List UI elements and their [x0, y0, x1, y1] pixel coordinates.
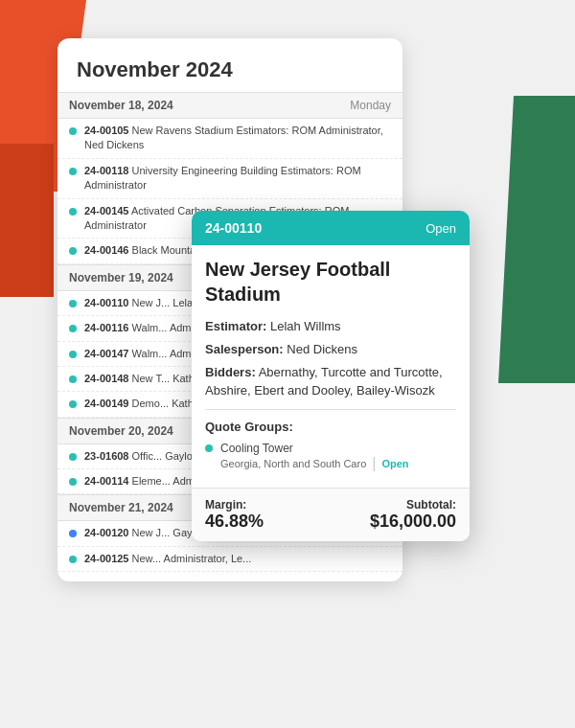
popup-estimator-label: Estimator: [205, 319, 266, 333]
popup-card: 24-00110 Open New Jersey Football Stadiu… [192, 211, 470, 541]
day-weekday-nov18: Monday [350, 99, 391, 112]
calendar-title: November 2024 [58, 38, 402, 92]
footer-subtotal: Subtotal: $16,000.00 [370, 498, 456, 532]
event-dot [69, 127, 77, 135]
event-24-00118[interactable]: 24-00118 University Engineering Building… [58, 159, 402, 199]
event-dot [69, 556, 77, 563]
quote-sub-row: Georgia, North and South Caro | Open [220, 455, 409, 472]
quote-name: Cooling Tower [220, 442, 409, 455]
popup-header: 24-00110 Open [192, 211, 470, 245]
event-dot [69, 168, 77, 175]
margin-value: 46.88% [205, 512, 264, 532]
day-header-nov18: November 18, 2024 Monday [58, 92, 402, 119]
bg-shape-green [498, 96, 575, 383]
day-date-nov21: November 21, 2024 [69, 501, 173, 514]
footer-margin: Margin: 46.88% [205, 498, 264, 532]
popup-body: New Jersey Football Stadium Estimator: L… [192, 245, 470, 488]
popup-project-name: New Jersey Football Stadium [205, 257, 456, 307]
popup-bidders: Bidders: Abernathy, Turcotte and Turcott… [205, 364, 456, 398]
popup-salesperson: Salesperson: Ned Dickens [205, 341, 456, 358]
event-dot [69, 208, 77, 216]
quote-dot [205, 444, 213, 452]
day-date-nov20: November 20, 2024 [69, 424, 173, 438]
subtotal-label: Subtotal: [370, 498, 456, 512]
quote-sub: Georgia, North and South Caro [220, 458, 366, 469]
event-dot [69, 375, 77, 383]
day-date-nov19: November 19, 2024 [69, 271, 173, 284]
event-dot [69, 325, 77, 332]
popup-salesperson-value: Ned Dickens [287, 342, 357, 356]
popup-footer: Margin: 46.88% Subtotal: $16,000.00 [192, 488, 470, 541]
popup-salesperson-label: Salesperson: [205, 342, 284, 356]
event-text: 24-00118 University Engineering Building… [84, 164, 391, 193]
day-date-nov18: November 18, 2024 [69, 99, 173, 112]
event-dot [69, 478, 77, 486]
quote-item-content: Cooling Tower Georgia, North and South C… [220, 442, 409, 472]
event-text: 24-00105 New Ravens Stadium Estimators: … [84, 124, 391, 153]
event-dot [69, 247, 77, 255]
event-dot [69, 300, 77, 307]
popup-estimator: Estimator: Lelah Willms [205, 318, 456, 335]
event-dot [69, 351, 77, 358]
popup-id: 24-00110 [205, 220, 262, 236]
popup-status: Open [426, 221, 456, 236]
popup-quote-title: Quote Groups: [205, 420, 456, 434]
event-dot [69, 530, 77, 537]
event-24-00105[interactable]: 24-00105 New Ravens Stadium Estimators: … [58, 119, 402, 159]
quote-item[interactable]: Cooling Tower Georgia, North and South C… [205, 442, 456, 472]
quote-open-badge: Open [381, 458, 408, 469]
event-dot [69, 400, 77, 408]
event-text: 24-00125 New... Administrator, Le... [84, 552, 251, 566]
popup-estimator-value: Lelah Willms [270, 319, 341, 333]
event-dot [69, 453, 77, 461]
subtotal-value: $16,000.00 [370, 512, 456, 532]
popup-quote-section: Quote Groups: Cooling Tower Georgia, Nor… [205, 409, 456, 472]
event-24-00125[interactable]: 24-00125 New... Administrator, Le... [58, 547, 402, 572]
popup-bidders-label: Bidders: [205, 365, 256, 379]
margin-label: Margin: [205, 498, 264, 512]
